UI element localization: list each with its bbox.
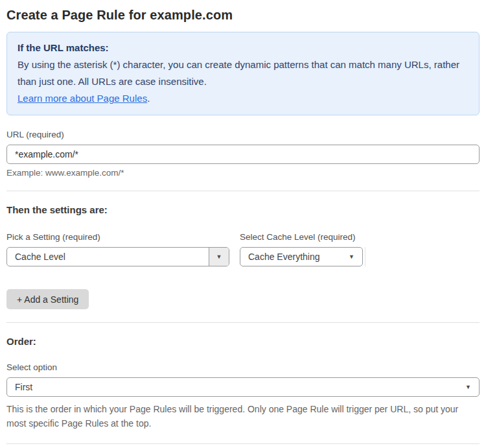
divider: [6, 191, 480, 191]
divider: [6, 322, 480, 323]
order-select-label: Select option: [6, 362, 480, 372]
chevron-down-icon: ▼: [465, 384, 479, 390]
pick-setting-select[interactable]: Cache Level ▼: [6, 247, 229, 266]
divider: [6, 443, 480, 444]
page-title: Create a Page Rule for example.com: [6, 8, 480, 23]
cache-level-value: Cache Everything: [240, 252, 349, 262]
info-box-link-line: Learn more about Page Rules.: [17, 90, 469, 107]
info-box-body: By using the asterisk (*) character, you…: [17, 56, 469, 90]
add-setting-button[interactable]: + Add a Setting: [6, 289, 89, 309]
order-helper-text: This is the order in which your Page Rul…: [6, 402, 480, 430]
cache-level-select[interactable]: Cache Everything ▼: [240, 247, 363, 266]
order-section-heading: Order:: [6, 336, 480, 347]
order-select[interactable]: First ▼: [6, 377, 480, 397]
url-matches-info-box: If the URL matches: By using the asteris…: [6, 32, 480, 115]
url-helper-text: Example: www.example.com/*: [6, 168, 480, 178]
column-divider-wrap: [363, 232, 365, 266]
settings-grid: Pick a Setting (required) Cache Level ▼ …: [6, 232, 480, 266]
settings-section-heading: Then the settings are:: [6, 204, 480, 215]
chevron-down-icon[interactable]: ▼: [209, 248, 229, 266]
cache-level-label: Select Cache Level (required): [240, 232, 363, 242]
url-label: URL (required): [6, 130, 480, 139]
column-divider: [365, 247, 365, 266]
pick-setting-label: Pick a Setting (required): [6, 232, 229, 242]
pick-setting-value: Cache Level: [7, 252, 209, 262]
cache-level-column: Select Cache Level (required) Cache Ever…: [240, 232, 365, 266]
cache-level-wrap: Select Cache Level (required) Cache Ever…: [240, 232, 363, 266]
order-select-value: First: [7, 382, 465, 392]
page-rule-form: Create a Page Rule for example.com If th…: [0, 0, 486, 448]
link-suffix: .: [147, 93, 150, 104]
learn-more-link[interactable]: Learn more about Page Rules: [17, 93, 147, 104]
pick-setting-column: Pick a Setting (required) Cache Level ▼: [6, 232, 229, 266]
chevron-down-icon: ▼: [349, 253, 362, 260]
url-input[interactable]: [6, 145, 480, 164]
info-box-heading: If the URL matches:: [17, 40, 469, 56]
